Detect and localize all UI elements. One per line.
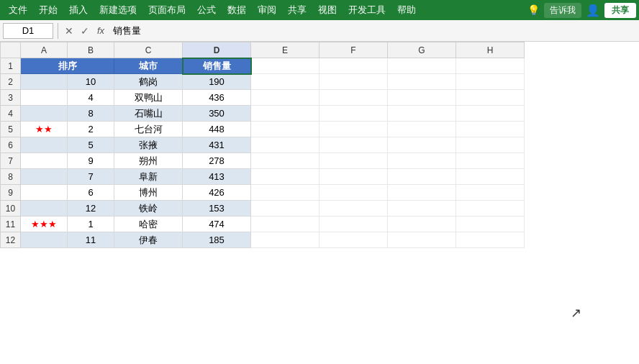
row-header-2[interactable]: 2: [1, 74, 21, 90]
row-header-7[interactable]: 7: [1, 153, 21, 169]
cell-b3[interactable]: 4: [68, 90, 114, 106]
cell-a11[interactable]: ★★★: [21, 217, 68, 232]
cell-c1[interactable]: 城市: [114, 58, 183, 74]
cell-b5[interactable]: 2: [68, 122, 114, 137]
cell-d11[interactable]: 474: [183, 217, 251, 232]
cell-a1[interactable]: 排序: [21, 58, 114, 74]
cell-g4[interactable]: [388, 106, 456, 122]
col-header-c[interactable]: C: [114, 42, 183, 58]
cell-h6[interactable]: [456, 137, 525, 153]
row-header-6[interactable]: 6: [1, 137, 21, 153]
menu-share[interactable]: 共享: [282, 1, 312, 19]
cell-b12[interactable]: 11: [68, 232, 114, 248]
cell-f11[interactable]: [320, 217, 388, 232]
cell-h8[interactable]: [456, 169, 525, 185]
cell-h1[interactable]: [456, 58, 525, 74]
cell-d8[interactable]: 413: [183, 169, 251, 185]
cell-h10[interactable]: [456, 201, 525, 217]
cell-f6[interactable]: [320, 137, 388, 153]
cell-e6[interactable]: [251, 137, 320, 153]
cell-h7[interactable]: [456, 153, 525, 169]
cell-a8[interactable]: [21, 169, 68, 185]
cell-a6[interactable]: [21, 137, 68, 153]
menu-help[interactable]: 帮助: [391, 1, 422, 19]
cell-c12[interactable]: 伊春: [114, 232, 183, 248]
tell-me-box[interactable]: 告诉我: [544, 3, 581, 18]
cell-c3[interactable]: 双鸭山: [114, 90, 183, 106]
cell-d4[interactable]: 350: [183, 106, 251, 122]
menu-data[interactable]: 数据: [222, 1, 252, 19]
cell-a10[interactable]: [21, 201, 68, 217]
cell-f3[interactable]: [320, 90, 388, 106]
cell-e1[interactable]: [251, 58, 320, 74]
cell-b11[interactable]: 1: [68, 217, 114, 232]
cell-g2[interactable]: [388, 74, 456, 90]
col-header-h[interactable]: H: [456, 42, 525, 58]
col-header-e[interactable]: E: [251, 42, 320, 58]
menu-new-select[interactable]: 新建选项: [94, 1, 142, 19]
cell-a2[interactable]: [21, 74, 68, 90]
cell-d10[interactable]: 153: [183, 201, 251, 217]
cell-d9[interactable]: 426: [183, 185, 251, 201]
cell-a4[interactable]: [21, 106, 68, 122]
cell-a9[interactable]: [21, 185, 68, 201]
menu-formula[interactable]: 公式: [191, 1, 222, 19]
confirm-icon[interactable]: ✓: [78, 24, 91, 37]
col-header-a[interactable]: A: [21, 42, 68, 58]
menu-insert[interactable]: 插入: [63, 1, 94, 19]
cell-c2[interactable]: 鹤岗: [114, 74, 183, 90]
cell-g7[interactable]: [388, 153, 456, 169]
cell-c10[interactable]: 铁岭: [114, 201, 183, 217]
menu-home[interactable]: 开始: [33, 1, 63, 19]
cell-c11[interactable]: 哈密: [114, 217, 183, 232]
cell-f8[interactable]: [320, 169, 388, 185]
cell-c8[interactable]: 阜新: [114, 169, 183, 185]
cell-e4[interactable]: [251, 106, 320, 122]
cell-f2[interactable]: [320, 74, 388, 90]
col-header-b[interactable]: B: [68, 42, 114, 58]
col-header-g[interactable]: G: [388, 42, 456, 58]
cell-d6[interactable]: 431: [183, 137, 251, 153]
cell-e9[interactable]: [251, 185, 320, 201]
cell-h9[interactable]: [456, 185, 525, 201]
row-header-3[interactable]: 3: [1, 90, 21, 106]
cell-g5[interactable]: [388, 122, 456, 137]
row-header-10[interactable]: 10: [1, 201, 21, 217]
menu-file[interactable]: 文件: [3, 1, 33, 19]
cell-g9[interactable]: [388, 185, 456, 201]
cell-d2[interactable]: 190: [183, 74, 251, 90]
cell-c9[interactable]: 博州: [114, 185, 183, 201]
cell-g10[interactable]: [388, 201, 456, 217]
cell-f1[interactable]: [320, 58, 388, 74]
cell-b6[interactable]: 5: [68, 137, 114, 153]
col-header-f[interactable]: F: [320, 42, 388, 58]
cell-e2[interactable]: [251, 74, 320, 90]
cell-g11[interactable]: [388, 217, 456, 232]
cell-b10[interactable]: 12: [68, 201, 114, 217]
col-header-d[interactable]: D: [183, 42, 251, 58]
cell-a7[interactable]: [21, 153, 68, 169]
lightbulb-icon[interactable]: 💡: [527, 4, 540, 16]
cell-e12[interactable]: [251, 232, 320, 248]
fx-icon[interactable]: fx: [97, 25, 104, 36]
cancel-icon[interactable]: ✕: [63, 24, 76, 37]
cell-e8[interactable]: [251, 169, 320, 185]
cell-b7[interactable]: 9: [68, 153, 114, 169]
formula-input[interactable]: [110, 25, 636, 36]
cell-c7[interactable]: 朔州: [114, 153, 183, 169]
cell-e10[interactable]: [251, 201, 320, 217]
cell-d1[interactable]: 销售量: [183, 58, 251, 74]
cell-g8[interactable]: [388, 169, 456, 185]
cell-e3[interactable]: [251, 90, 320, 106]
cell-e11[interactable]: [251, 217, 320, 232]
cell-b4[interactable]: 8: [68, 106, 114, 122]
cell-f10[interactable]: [320, 201, 388, 217]
cell-d12[interactable]: 185: [183, 232, 251, 248]
cell-e5[interactable]: [251, 122, 320, 137]
cell-a12[interactable]: [21, 232, 68, 248]
user-icon[interactable]: 👤: [586, 4, 600, 17]
row-header-5[interactable]: 5: [1, 122, 21, 137]
cell-d7[interactable]: 278: [183, 153, 251, 169]
cell-b8[interactable]: 7: [68, 169, 114, 185]
cell-g6[interactable]: [388, 137, 456, 153]
